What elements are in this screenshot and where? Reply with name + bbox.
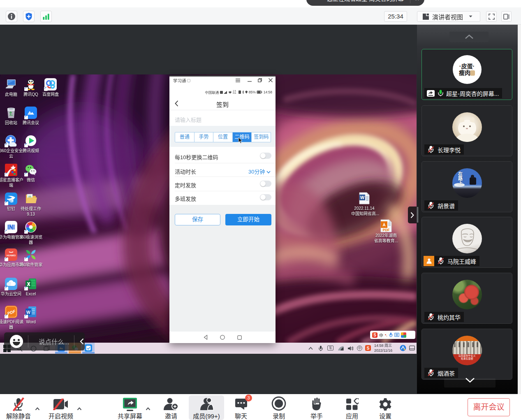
- svg-text:HUAWEI: HUAWEI: [7, 254, 16, 257]
- svg-text:W: W: [360, 195, 365, 200]
- svg-text:PDF: PDF: [383, 228, 390, 232]
